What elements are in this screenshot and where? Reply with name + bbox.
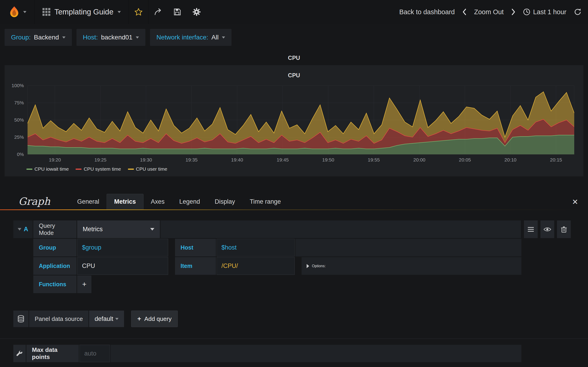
tab-display[interactable]: Display <box>208 194 242 209</box>
back-to-dashboard-link[interactable]: Back to dashboard <box>399 8 455 16</box>
query-actions <box>524 220 571 238</box>
variable-label: Host: <box>83 34 98 41</box>
variable-network-interface-dropdown[interactable]: Network interface: All <box>150 29 232 46</box>
x-tick-label: 20:15 <box>550 157 562 163</box>
x-tick-label: 20:10 <box>504 157 517 163</box>
datasource-select[interactable]: default <box>89 311 124 327</box>
chart-area: 100%75%50%25%0% <box>5 85 583 154</box>
y-tick-label: 25% <box>14 134 24 140</box>
wrench-icon <box>16 350 23 357</box>
legend-item-system[interactable]: CPU system time <box>76 166 121 172</box>
share-button[interactable] <box>148 0 168 24</box>
tab-time-range[interactable]: Time range <box>242 194 288 209</box>
chevron-right-icon <box>307 264 309 268</box>
tab-general[interactable]: General <box>70 194 107 209</box>
chevron-down-icon <box>62 36 65 39</box>
refresh-button[interactable] <box>574 8 582 16</box>
chevron-left-icon <box>462 8 467 16</box>
panel-options-section: Max data points <box>0 339 588 362</box>
legend-dash <box>76 169 82 170</box>
legend-item-iowait[interactable]: CPU iowait time <box>26 166 69 172</box>
options-label: Options: <box>312 264 326 268</box>
graph-panel: CPU 100%75%50%25%0% 19:2019:2519:3019:35… <box>5 65 583 176</box>
query-toggle-visibility-button[interactable] <box>540 220 554 238</box>
tab-metrics[interactable]: Metrics <box>107 194 144 209</box>
cpu-chart-svg[interactable] <box>27 85 574 154</box>
host-field-input[interactable] <box>216 239 295 257</box>
chevron-down-icon <box>18 228 21 231</box>
star-icon <box>134 8 143 16</box>
panel-editor-header: Graph General Metrics Axes Legend Displa… <box>0 190 588 209</box>
chevron-down-icon <box>23 11 26 13</box>
variable-value: Backend <box>34 34 59 41</box>
application-field-label: Application <box>33 257 77 275</box>
variable-group-dropdown[interactable]: Group: Backend <box>5 29 72 46</box>
add-query-label: Add query <box>144 315 172 323</box>
dashboard-grid-icon <box>43 8 50 16</box>
navbar: Templating Guide <box>0 0 588 24</box>
database-icon <box>17 315 24 323</box>
add-query-button[interactable]: + Add query <box>131 311 178 327</box>
panel-type-title: Graph <box>18 195 50 207</box>
query-row-a: A Query Mode Metrics <box>13 220 571 238</box>
query-row-group-host: Group Host <box>33 239 521 257</box>
time-shift-right-button[interactable] <box>511 8 516 16</box>
x-tick-label: 20:00 <box>413 157 425 163</box>
x-tick-label: 19:50 <box>322 157 334 163</box>
group-field-input[interactable] <box>77 239 168 257</box>
share-icon <box>154 8 162 16</box>
options-toggle[interactable]: Options: <box>302 257 521 275</box>
chevron-down-icon <box>115 318 119 320</box>
y-tick-label: 100% <box>11 83 24 88</box>
query-ref-id: A <box>24 226 28 233</box>
application-field-input[interactable] <box>77 257 168 275</box>
y-tick-label: 50% <box>14 117 24 123</box>
y-axis-labels: 100%75%50%25%0% <box>5 85 27 154</box>
x-tick-label: 19:40 <box>231 157 243 163</box>
datasource-label: Panel data source <box>29 311 88 327</box>
time-shift-left-button[interactable] <box>462 8 467 16</box>
x-tick-label: 19:35 <box>186 157 198 163</box>
item-field-label: Item <box>175 257 216 275</box>
variable-label: Group: <box>11 34 31 41</box>
x-tick-label: 20:05 <box>459 157 471 163</box>
datasource-icon-box <box>13 311 28 327</box>
chevron-down-icon <box>136 36 139 39</box>
close-icon[interactable]: × <box>572 197 588 209</box>
max-data-points-row: Max data points <box>13 345 571 362</box>
time-range-picker[interactable]: Last 1 hour <box>523 8 566 16</box>
legend-label: CPU iowait time <box>35 166 69 172</box>
settings-button[interactable] <box>187 0 206 24</box>
clock-icon <box>523 8 530 16</box>
legend-item-user[interactable]: CPU user time <box>128 166 167 172</box>
panel-title[interactable]: CPU <box>0 54 588 62</box>
zoom-out-button[interactable]: Zoom Out <box>474 8 504 16</box>
query-row-application-item: Application Item Options: <box>33 257 521 275</box>
grafana-logo-button[interactable] <box>0 0 35 24</box>
time-range-label: Last 1 hour <box>533 8 566 16</box>
x-tick-label: 19:25 <box>95 157 107 163</box>
dashboard-title-button[interactable]: Templating Guide <box>35 0 129 24</box>
add-function-button[interactable]: + <box>77 275 91 293</box>
query-editor: A Query Mode Metrics <box>0 220 588 327</box>
variable-host-dropdown[interactable]: Host: backend01 <box>77 29 145 46</box>
query-mode-select[interactable]: Metrics <box>77 220 160 238</box>
item-field-input[interactable] <box>216 257 295 275</box>
x-tick-label: 19:30 <box>140 157 152 163</box>
tab-legend[interactable]: Legend <box>172 194 208 209</box>
legend-dash <box>26 169 32 170</box>
query-collapse-button[interactable]: A <box>13 220 33 238</box>
trash-icon <box>561 226 567 233</box>
gap <box>169 257 174 275</box>
query-menu-button[interactable] <box>524 220 538 238</box>
max-data-points-input[interactable] <box>79 345 110 362</box>
dashboard-title: Templating Guide <box>54 8 113 16</box>
x-tick-label: 19:20 <box>49 157 61 163</box>
query-mode-value: Metrics <box>83 226 103 233</box>
query-mode-label: Query Mode <box>33 220 77 238</box>
query-delete-button[interactable] <box>557 220 571 238</box>
tab-axes[interactable]: Axes <box>144 194 172 209</box>
star-button[interactable] <box>129 0 148 24</box>
legend-label: CPU system time <box>84 166 121 172</box>
save-button[interactable] <box>168 0 187 24</box>
